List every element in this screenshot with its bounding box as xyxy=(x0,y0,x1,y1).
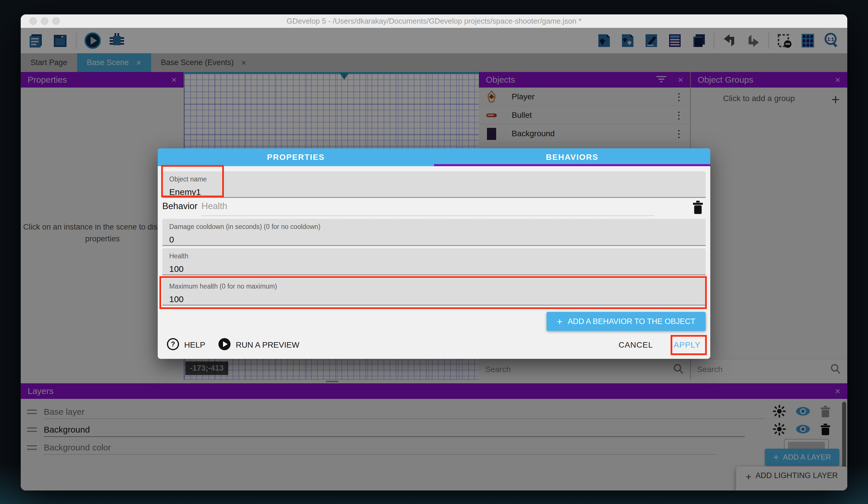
object-editor-dialog: PROPERTIES BEHAVIORS Object name Enemy1 … xyxy=(158,148,710,359)
window-title: GDevelop 5 - /Users/dkarakay/Documents/G… xyxy=(21,17,847,26)
delete-behavior-trash-icon[interactable] xyxy=(692,200,704,216)
dialog-tabbar: PROPERTIES BEHAVIORS xyxy=(158,148,710,166)
help-button[interactable]: ? HELP xyxy=(166,337,205,353)
health-field[interactable]: Health 100 xyxy=(162,248,706,275)
cancel-button[interactable]: CANCEL xyxy=(619,340,653,350)
run-preview-button[interactable]: RUN A PREVIEW xyxy=(218,337,299,353)
app-window: GDevelop 5 - /Users/dkarakay/Documents/G… xyxy=(21,14,847,491)
plus-icon: + xyxy=(557,316,562,327)
dialog-tab-behaviors[interactable]: BEHAVIORS xyxy=(434,148,710,166)
help-icon: ? xyxy=(166,337,179,353)
object-name-field[interactable]: Object name Enemy1 xyxy=(162,171,706,198)
annotation-maximum-health xyxy=(159,276,707,309)
behavior-row: Behavior Health xyxy=(162,199,706,217)
play-icon xyxy=(218,337,231,353)
add-behavior-button[interactable]: + ADD A BEHAVIOR TO THE OBJECT xyxy=(547,312,706,331)
titlebar: GDevelop 5 - /Users/dkarakay/Documents/G… xyxy=(21,14,847,28)
annotation-object-name xyxy=(161,165,224,197)
behavior-name-field[interactable]: Health xyxy=(202,201,654,216)
dialog-tab-properties[interactable]: PROPERTIES xyxy=(158,148,434,166)
damage-cooldown-field[interactable]: Damage cooldown (in seconds) (0 for no c… xyxy=(162,219,706,246)
svg-text:?: ? xyxy=(171,340,175,348)
dialog-footer: ? HELP RUN A PREVIEW CANCEL APPLY xyxy=(166,337,701,353)
annotation-apply xyxy=(671,335,707,355)
active-tab-indicator xyxy=(434,164,710,166)
